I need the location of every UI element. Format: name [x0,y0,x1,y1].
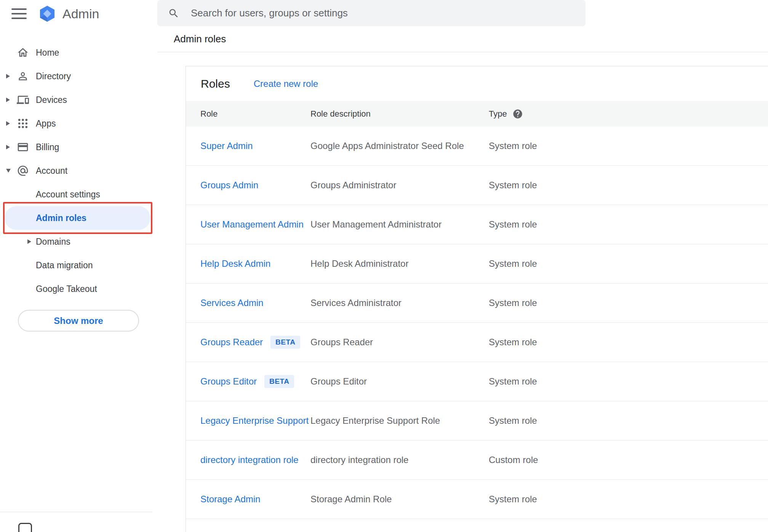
help-circle-icon[interactable] [512,109,523,119]
breadcrumb-bar: Admin roles [157,26,768,52]
sidebar-item-label: Directory [36,71,71,82]
role-description: Legacy Enterprise Support Role [310,415,489,426]
at-sign-icon [17,165,36,177]
show-more-button[interactable]: Show more [18,310,139,332]
role-type: System role [489,298,768,308]
chevron-right-icon[interactable] [27,239,31,244]
role-description: Storage Admin Role [310,494,489,505]
search-input[interactable] [191,7,553,19]
table-row: Help Desk Admin Help Desk Administrator … [186,244,768,284]
table-row: Groups Reader BETA Groups Reader System … [186,323,768,362]
role-type: System role [489,494,768,505]
sidebar-item-label: Billing [36,142,59,152]
sidebar-item-domains[interactable]: Domains [5,230,150,253]
role-link[interactable]: Groups Editor [200,376,257,387]
sidebar-item-account[interactable]: Account [0,159,157,183]
sidebar: Admin Home Directory Devices Apps Billin… [0,0,157,532]
role-link[interactable]: User Management Admin [200,219,304,230]
role-description: Groups Reader [310,337,489,348]
sidebar-item-directory[interactable]: Directory [0,64,157,88]
chevron-right-icon[interactable] [6,145,17,149]
role-description: User Management Administrator [310,219,489,230]
person-icon [17,70,36,82]
sidebar-nav: Home Directory Devices Apps Billing Acco… [0,41,157,301]
sidebar-item-label: Devices [36,95,67,105]
sidebar-item-label: Google Takeout [36,284,97,294]
create-new-role-link[interactable]: Create new role [254,79,318,89]
roles-table-header: Role Role description Type [186,101,768,127]
chevron-right-icon[interactable] [6,98,17,102]
table-row: directory integration role directory int… [186,441,768,480]
column-header-description: Role description [310,109,489,119]
role-link[interactable]: Groups Admin [200,180,258,191]
role-type: System role [489,180,768,191]
admin-hexagon-logo-icon [38,5,56,23]
role-description: Groups Administrator [310,180,489,191]
sidebar-item-devices[interactable]: Devices [0,88,157,112]
sidebar-item-billing[interactable]: Billing [0,135,157,159]
chevron-right-icon[interactable] [6,121,17,126]
beta-badge: BETA [270,336,300,349]
search-bar[interactable] [157,0,586,26]
table-row: User Management Admin User Management Ad… [186,205,768,244]
role-link[interactable]: Legacy Enterprise Support [200,415,309,426]
main-content: Admin roles Roles Create new role Role R… [157,0,768,532]
table-row: Groups Admin Groups Administrator System… [186,166,768,205]
roles-panel-header: Roles Create new role [186,66,768,101]
chevron-right-icon[interactable] [6,74,17,79]
role-description: Help Desk Administrator [310,258,489,269]
sidebar-header: Admin [0,0,157,27]
roles-panel: Roles Create new role Role Role descript… [186,66,768,532]
column-header-type: Type [489,109,768,119]
devices-icon [17,94,36,106]
product-title: Admin [62,6,99,21]
home-icon [17,46,36,59]
roles-heading: Roles [201,77,230,90]
sidebar-item-label: Admin roles [36,213,86,223]
role-description: directory integration role [310,455,489,465]
table-row: Groups Editor BETA Groups Editor System … [186,362,768,401]
role-type: System role [489,337,768,348]
sidebar-item-data-migration[interactable]: Data migration [5,253,150,277]
sidebar-item-label: Account [36,166,67,176]
sidebar-item-account-settings[interactable]: Account settings [5,183,150,206]
table-row: Super Admin Google Apps Administrator Se… [186,127,768,166]
sidebar-item-label: Apps [36,119,56,129]
table-row: Services Admin Services Administrator Sy… [186,284,768,323]
sidebar-item-home[interactable]: Home [0,41,157,64]
role-type: System role [489,258,768,269]
role-link[interactable]: Storage Admin [200,494,260,505]
role-description: Groups Editor [310,376,489,387]
hamburger-menu-icon [11,8,27,10]
beta-badge: BETA [264,375,294,388]
sidebar-item-apps[interactable]: Apps [0,112,157,135]
roles-table-body: Super Admin Google Apps Administrator Se… [186,127,768,519]
role-description: Services Administrator [310,298,489,308]
sidebar-item-label: Account settings [36,189,100,200]
sidebar-bottom-divider [0,512,152,512]
role-link[interactable]: Help Desk Admin [200,258,270,269]
role-link[interactable]: Services Admin [200,298,263,308]
sidebar-item-label: Data migration [36,260,93,271]
sidebar-item-label: Home [36,48,59,58]
table-row: Storage Admin Storage Admin Role System … [186,480,768,519]
table-row: Legacy Enterprise Support Legacy Enterpr… [186,401,768,441]
billing-card-icon [17,141,36,153]
apps-grid-icon [17,117,36,130]
sidebar-item-google-takeout[interactable]: Google Takeout [5,277,150,301]
sidebar-item-admin-roles[interactable]: Admin roles [5,206,150,230]
breadcrumb: Admin roles [174,33,226,45]
chevron-down-icon[interactable] [6,169,17,173]
role-link[interactable]: Super Admin [200,141,253,151]
role-description: Google Apps Administrator Seed Role [310,141,489,151]
role-link[interactable]: directory integration role [200,455,298,465]
role-type: System role [489,141,768,151]
column-header-role: Role [186,109,310,119]
role-type: Custom role [489,455,768,465]
support-icon[interactable] [18,523,32,532]
role-type: System role [489,415,768,426]
role-link[interactable]: Groups Reader [200,337,263,348]
sidebar-item-label: Domains [36,237,70,247]
role-type: System role [489,219,768,230]
hamburger-menu-button[interactable] [11,6,28,21]
